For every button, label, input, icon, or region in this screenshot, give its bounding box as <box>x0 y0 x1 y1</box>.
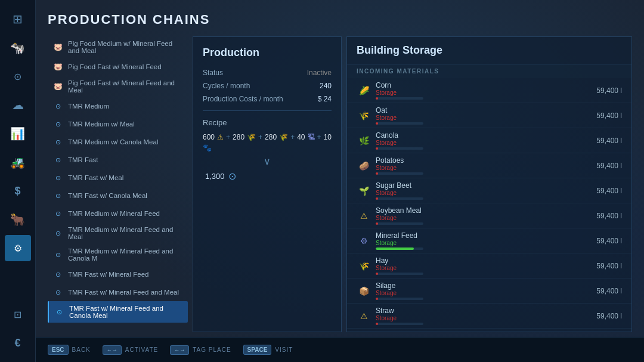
recipe-amount-4: 40 <box>297 133 305 141</box>
hotkey-activate: ←→ ACTIVATE <box>103 345 158 355</box>
canola-icon: 🌿 <box>357 134 371 148</box>
cycles-value: 240 <box>320 82 332 90</box>
recipe-output: 1,300 ⊙ <box>203 171 332 182</box>
canola-info: Canola Storage <box>376 131 596 150</box>
map-icon: ⊞ <box>13 12 23 26</box>
weather-icon: ☁ <box>12 98 24 112</box>
hay-icon: 🌾 <box>357 259 371 273</box>
recipe-amount-1: 600 <box>203 133 215 141</box>
chain-item-15[interactable]: ⊙ TMR Fast w/ Mineral Feed and Canola Me… <box>48 301 188 323</box>
storage-item-soybean[interactable]: ⚠ Soybean Meal Storage 59,400 l <box>347 203 631 228</box>
chain-item-6[interactable]: ⊙ TMR Medium w/ Canola Meal <box>48 133 188 151</box>
chain-label-12: TMR Medium w/ Mineral Feed and Canola M <box>68 247 183 262</box>
hotkey-tagplace: ←→ TAG PLACE <box>170 345 231 355</box>
chain-icon-2: 🐷 <box>52 61 63 72</box>
chain-item-14[interactable]: ⊙ TMR Fast w/ Mineral Feed and Meal <box>48 283 188 301</box>
chain-label-11: TMR Medium w/ Mineral Feed and Meal <box>68 226 183 240</box>
straw-value: 59,400 l <box>596 312 622 320</box>
recipe-icon-5: 🐾 <box>203 144 212 152</box>
oat-name: Oat <box>376 106 596 115</box>
silage-name: Silage <box>376 281 596 290</box>
hotkey-back: ESC BACK <box>48 345 91 355</box>
hay-progress-fill <box>376 273 378 275</box>
storage-item-straw[interactable]: ⚠ Straw Storage 59,400 l <box>347 304 631 329</box>
soybean-progress <box>376 222 423 225</box>
chain-icon-1: 🐷 <box>52 42 63 52</box>
storage-item-gluten[interactable]: 🌽 Corn Gluten Meal Storage 59,400 l <box>347 329 631 332</box>
potatoes-progress-fill <box>376 172 378 175</box>
silage-value: 59,400 l <box>596 287 622 295</box>
sidebar-item-production[interactable]: ⚙ <box>5 235 31 261</box>
chain-item-2[interactable]: 🐷 Pig Food Fast w/ Mineral Feed <box>48 58 188 76</box>
chain-item-11[interactable]: ⊙ TMR Medium w/ Mineral Feed and Meal <box>48 222 188 244</box>
sidebar-item-vehicle[interactable]: ⊙ <box>5 63 31 89</box>
corn-icon: 🌽 <box>357 83 371 98</box>
tagplace-key: ←→ <box>170 345 189 355</box>
chain-item-7[interactable]: ⊙ TMR Fast <box>48 151 188 169</box>
straw-icon: ⚠ <box>357 309 371 323</box>
sidebar-item-farm[interactable]: 🐄 <box>5 35 31 61</box>
chain-icon-13: ⊙ <box>52 269 63 280</box>
storage-item-silage[interactable]: 📦 Silage Storage 59,400 l <box>347 279 631 304</box>
sidebar-item-euro[interactable]: € <box>5 330 31 356</box>
chain-item-1[interactable]: 🐷 Pig Food Medium w/ Mineral Feed and Me… <box>48 36 188 58</box>
chain-label-6: TMR Medium w/ Canola Meal <box>68 138 158 146</box>
sugarbeet-icon: 🌱 <box>357 184 371 198</box>
silage-progress-fill <box>376 298 378 300</box>
sidebar-item-stats[interactable]: 📊 <box>5 120 31 147</box>
recipe-amount-5: 10 <box>324 133 332 141</box>
production-title: Production <box>203 47 332 59</box>
storage-item-potatoes[interactable]: 🥔 Potatoes Storage 59,400 l <box>347 153 631 178</box>
oat-progress-fill <box>376 122 378 125</box>
chain-icon-14: ⊙ <box>52 287 63 298</box>
storage-item-corn[interactable]: 🌽 Corn Storage 59,400 l <box>347 78 631 103</box>
canola-sub: Storage <box>376 140 596 146</box>
chain-item-8[interactable]: ⊙ TMR Fast w/ Meal <box>48 169 188 187</box>
euro-icon: € <box>14 337 20 349</box>
chain-item-4[interactable]: ⊙ TMR Medium <box>48 97 188 115</box>
potatoes-info: Potatoes Storage <box>376 156 596 175</box>
sidebar-item-map[interactable]: ⊞ <box>5 6 31 32</box>
soybean-icon: ⚠ <box>357 209 371 223</box>
sidebar-item-tractor[interactable]: 🚜 <box>5 149 31 175</box>
potatoes-sub: Storage <box>376 165 596 171</box>
storage-item-mineral[interactable]: ⚙ Mineral Feed Storage 59,400 l <box>347 228 631 253</box>
soybean-value: 59,400 l <box>596 212 622 220</box>
chain-label-2: Pig Food Fast w/ Mineral Feed <box>68 63 162 70</box>
recipe-sep-3: + <box>290 133 295 141</box>
mineral-sub: Storage <box>376 240 596 246</box>
chain-icon-9: ⊙ <box>52 190 63 201</box>
back-label: BACK <box>72 346 91 353</box>
sidebar-item-animals[interactable]: 🐂 <box>5 206 31 233</box>
chain-item-3[interactable]: 🐷 Pig Food Fast w/ Mineral Feed and Meal <box>48 76 188 97</box>
sidebar-item-weather[interactable]: ☁ <box>5 92 31 118</box>
storage-item-sugarbeet[interactable]: 🌱 Sugar Beet Storage 59,400 l <box>347 178 631 203</box>
recipe-icon-2: 🌾 <box>247 133 256 141</box>
chain-label-7: TMR Fast <box>68 156 98 163</box>
status-row: Status Inactive <box>203 69 332 77</box>
chain-icon-11: ⊙ <box>52 228 63 239</box>
chain-label-1: Pig Food Medium w/ Mineral Feed and Meal <box>68 40 183 54</box>
chain-item-12[interactable]: ⊙ TMR Medium w/ Mineral Feed and Canola … <box>48 244 188 265</box>
incoming-header: INCOMING MATERIALS <box>347 64 631 78</box>
chain-label-5: TMR Medium w/ Meal <box>68 120 135 128</box>
mineral-progress <box>376 247 423 250</box>
storage-item-canola[interactable]: 🌿 Canola Storage 59,400 l <box>347 128 631 153</box>
status-label: Status <box>203 69 223 77</box>
chain-label-15: TMR Fast w/ Mineral Feed and Canola Meal <box>69 305 183 319</box>
esc-key: ESC <box>48 345 69 355</box>
sidebar-item-finance[interactable]: $ <box>5 178 31 204</box>
silage-icon: 📦 <box>357 284 371 298</box>
chain-icon-10: ⊙ <box>52 208 63 219</box>
sidebar-item-map2[interactable]: ⊡ <box>5 301 31 327</box>
storage-list: 🌽 Corn Storage 59,400 l 🌾 Oat <box>347 78 631 332</box>
recipe-icon-1: ⚠ <box>217 133 224 141</box>
chain-item-9[interactable]: ⊙ TMR Fast w/ Canola Meal <box>48 187 188 205</box>
storage-item-oat[interactable]: 🌾 Oat Storage 59,400 l <box>347 103 631 128</box>
storage-item-hay[interactable]: 🌾 Hay Storage 59,400 l <box>347 253 631 279</box>
chain-item-10[interactable]: ⊙ TMR Medium w/ Mineral Feed <box>48 205 188 222</box>
chain-item-13[interactable]: ⊙ TMR Fast w/ Mineral Feed <box>48 265 188 283</box>
soybean-info: Soybean Meal Storage <box>376 206 596 225</box>
chain-item-5[interactable]: ⊙ TMR Medium w/ Meal <box>48 115 188 133</box>
chain-icon-12: ⊙ <box>52 249 63 260</box>
